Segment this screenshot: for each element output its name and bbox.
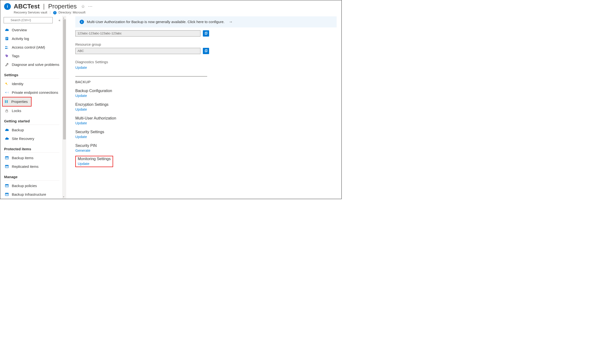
search-input[interactable]: [4, 17, 53, 23]
resource-group-field[interactable]: [75, 48, 201, 54]
setting-security-pin: Security PINGenerate: [75, 143, 337, 152]
svg-rect-10: [6, 84, 8, 85]
sidebar-item-label: Locks: [12, 109, 21, 113]
page-title: Properties: [48, 3, 77, 10]
grid-icon: [5, 156, 9, 160]
divider: [50, 11, 50, 14]
grid-icon: [5, 192, 9, 197]
sidebar-item-private-endpoint-connections[interactable]: <·>Private endpoint connections: [4, 88, 62, 97]
monitoring-settings-title: Monitoring Settings: [78, 157, 111, 161]
sidebar-section-heading: Manage: [4, 172, 59, 181]
sidebar-item-backup[interactable]: Backup: [4, 126, 62, 134]
sidebar-item-label: Backup items: [12, 156, 33, 160]
title-separator: |: [43, 3, 45, 10]
sidebar-item-tags[interactable]: Tags: [4, 52, 62, 60]
setting-multi-user-authorization: Multi-User AuthorizationUpdate: [75, 116, 337, 125]
grid-icon: [5, 184, 9, 188]
svg-rect-4: [6, 39, 8, 39]
setting-security-pin-link[interactable]: Generate: [75, 148, 91, 152]
setting-title: Security PIN: [75, 143, 337, 148]
svg-rect-5: [6, 39, 7, 39]
cloud-icon: [5, 28, 9, 32]
sidebar-section-heading: Getting started: [4, 116, 59, 125]
svg-rect-12: [5, 100, 5, 103]
monitoring-settings-update-link[interactable]: Update: [78, 162, 89, 166]
directory-indicator: i Directory: Microsoft: [53, 11, 85, 14]
setting-security-settings: Security SettingsUpdate: [75, 130, 337, 139]
sliders-icon: [4, 100, 8, 104]
svg-rect-23: [5, 165, 8, 166]
scroll-up-icon[interactable]: ▴: [63, 16, 64, 19]
setting-security-settings-link[interactable]: Update: [75, 135, 87, 139]
setting-encryption-settings-link[interactable]: Update: [75, 107, 87, 111]
svg-rect-19: [5, 156, 8, 157]
sidebar-scrollbar[interactable]: ▴ ▾: [62, 16, 66, 199]
svg-rect-3: [6, 38, 8, 38]
sidebar-item-identity[interactable]: Identity: [4, 79, 62, 88]
cloud-icon: [5, 137, 9, 141]
mua-banner[interactable]: i Multi-User Authorization for Backup is…: [75, 16, 337, 27]
svg-rect-13: [6, 100, 6, 103]
grid-icon: [5, 164, 9, 169]
sidebar-section-heading: Protected items: [4, 144, 59, 153]
sidebar-item-label: Backup policies: [12, 184, 37, 188]
wrench-icon: [5, 63, 9, 67]
setting-multi-user-authorization-link[interactable]: Update: [75, 121, 87, 125]
page-header: i ABCTest | Properties ☆ ··· Recovery Se…: [0, 0, 341, 16]
sidebar-item-overview[interactable]: Overview: [4, 26, 62, 34]
sidebar-item-backup-infrastructure[interactable]: Backup Infrastructure: [4, 190, 62, 199]
setting-backup-configuration-link[interactable]: Update: [75, 93, 87, 98]
sidebar-item-label: Backup Infrastructure: [12, 192, 46, 196]
sidebar-section-heading: Settings: [4, 70, 59, 79]
copy-resource-group-button[interactable]: [203, 48, 209, 54]
backup-heading: BACKUP: [75, 80, 337, 84]
sidebar: « OverviewActivity logAccess control (IA…: [0, 16, 68, 199]
cloud-icon: [5, 128, 9, 132]
sidebar-item-label: Identity: [12, 82, 23, 86]
sidebar-item-replicated-items[interactable]: Replicated items: [4, 162, 62, 171]
sidebar-item-label: Properties: [11, 100, 28, 104]
log-icon: [5, 37, 9, 41]
sidebar-item-label: Overview: [12, 28, 27, 32]
banner-text: Multi-User Authorization for Backup is n…: [87, 20, 225, 24]
svg-rect-31: [5, 193, 8, 194]
svg-point-7: [7, 46, 8, 47]
subscription-id-field[interactable]: [75, 30, 201, 37]
copy-subscription-id-button[interactable]: [203, 30, 209, 37]
diagnostics-update-link[interactable]: Update: [75, 65, 87, 69]
sidebar-item-site-recovery[interactable]: Site Recovery: [4, 134, 62, 143]
sidebar-item-label: Tags: [12, 54, 19, 58]
collapse-sidebar-icon[interactable]: «: [57, 18, 61, 22]
setting-encryption-settings: Encryption SettingsUpdate: [75, 103, 337, 111]
sidebar-item-label: Site Recovery: [12, 137, 34, 141]
sidebar-item-access-control-iam[interactable]: Access control (IAM): [4, 43, 62, 52]
svg-rect-15: [6, 111, 8, 112]
scroll-down-icon[interactable]: ▾: [63, 195, 64, 198]
sidebar-search[interactable]: [4, 17, 55, 23]
info-icon: i: [80, 20, 84, 24]
setting-title: Backup Configuration: [75, 89, 337, 93]
resource-type-icon: i: [4, 3, 11, 10]
sidebar-item-label: Backup: [12, 128, 24, 132]
svg-rect-27: [5, 184, 8, 185]
setting-backup-configuration: Backup ConfigurationUpdate: [75, 89, 337, 98]
scroll-thumb[interactable]: [63, 19, 66, 140]
monitoring-settings-highlight: Monitoring Settings Update: [75, 156, 113, 167]
sidebar-item-label: Replicated items: [12, 164, 39, 169]
sidebar-item-locks[interactable]: Locks: [4, 106, 62, 115]
endpoint-icon: <·>: [5, 91, 9, 95]
diagnostics-settings-label: Diagnostics Settings: [75, 60, 337, 64]
main-content: i Multi-User Authorization for Backup is…: [68, 16, 341, 199]
favorite-star-icon[interactable]: ☆: [81, 4, 85, 9]
key-icon: [5, 82, 9, 86]
svg-point-6: [6, 46, 7, 47]
sidebar-item-activity-log[interactable]: Activity log: [4, 34, 62, 43]
sidebar-item-properties[interactable]: Properties: [3, 97, 31, 106]
sidebar-item-label: Access control (IAM): [12, 45, 45, 49]
sidebar-item-diagnose-and-solve-problems[interactable]: Diagnose and solve problems: [4, 60, 62, 69]
setting-title: Encryption Settings: [75, 103, 337, 107]
sidebar-item-backup-items[interactable]: Backup items: [4, 154, 62, 162]
sidebar-item-backup-policies[interactable]: Backup policies: [4, 182, 62, 190]
resource-type-label: Recovery Services vault: [14, 11, 47, 14]
more-actions-icon[interactable]: ···: [88, 4, 93, 9]
